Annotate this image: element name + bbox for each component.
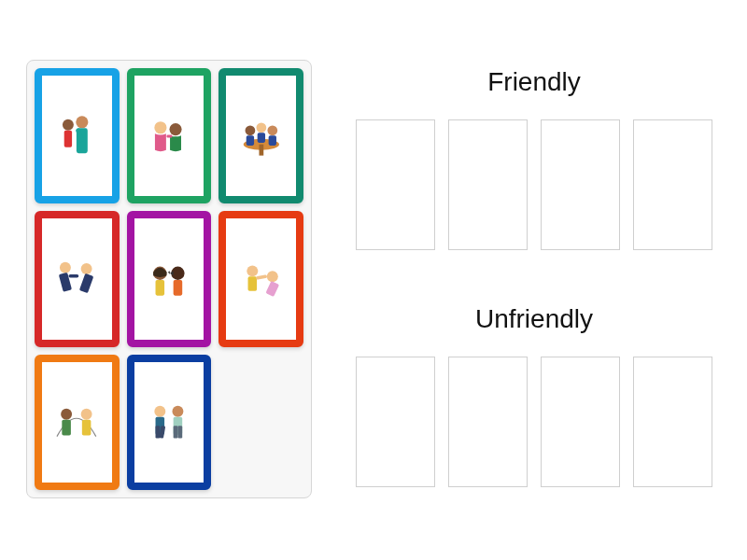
svg-rect-26 <box>247 277 257 292</box>
drop-slot[interactable] <box>541 357 620 487</box>
svg-point-2 <box>77 116 89 128</box>
svg-rect-18 <box>69 274 79 278</box>
drop-slot[interactable] <box>541 119 620 250</box>
card-hitting[interactable] <box>218 211 303 346</box>
card-illustration <box>42 76 112 196</box>
svg-point-0 <box>63 119 74 131</box>
svg-rect-22 <box>156 280 165 296</box>
card-illustration <box>42 218 112 339</box>
svg-point-19 <box>81 263 92 274</box>
svg-rect-29 <box>265 281 279 297</box>
svg-rect-9 <box>259 145 263 156</box>
svg-point-32 <box>81 408 92 419</box>
card-illustration <box>42 362 112 483</box>
svg-rect-40 <box>174 426 178 438</box>
svg-rect-20 <box>79 273 94 293</box>
svg-rect-13 <box>268 135 275 146</box>
option-friendly: Friendly <box>353 67 715 250</box>
svg-point-10 <box>245 125 255 135</box>
svg-rect-31 <box>63 419 72 435</box>
svg-rect-7 <box>167 134 173 137</box>
card-illustration <box>134 218 204 339</box>
card-comforting-hug[interactable] <box>35 68 120 203</box>
svg-point-30 <box>62 408 73 419</box>
card-illustration <box>134 76 204 196</box>
svg-rect-24 <box>174 280 183 296</box>
svg-rect-1 <box>64 131 72 147</box>
card-jump-rope[interactable] <box>35 355 120 490</box>
option-friendly-title: Friendly <box>353 67 715 97</box>
svg-point-14 <box>256 122 266 133</box>
option-unfriendly: Unfriendly <box>353 304 715 487</box>
drop-slot[interactable] <box>448 119 528 250</box>
svg-rect-27 <box>256 275 267 281</box>
svg-rect-33 <box>82 419 92 435</box>
svg-rect-15 <box>257 133 264 143</box>
source-card-panel <box>26 60 312 498</box>
svg-rect-11 <box>247 135 254 146</box>
card-eating-together[interactable] <box>218 68 303 203</box>
drop-slot[interactable] <box>356 357 435 487</box>
svg-rect-41 <box>178 426 183 438</box>
card-illustration <box>226 76 296 196</box>
card-illustration <box>134 362 204 483</box>
svg-point-6 <box>170 123 182 135</box>
drop-slot[interactable] <box>633 119 712 250</box>
drop-slot[interactable] <box>448 357 528 487</box>
svg-point-16 <box>60 262 71 273</box>
svg-point-12 <box>267 125 277 135</box>
card-pushing[interactable] <box>35 211 120 346</box>
drop-slot[interactable] <box>356 119 435 250</box>
friendly-slots <box>353 119 715 250</box>
svg-point-5 <box>154 121 166 133</box>
svg-point-38 <box>173 405 184 416</box>
svg-point-28 <box>267 272 278 283</box>
svg-point-25 <box>247 266 258 277</box>
card-walking-away[interactable] <box>127 355 212 490</box>
card-consoling-friend[interactable] <box>127 68 212 203</box>
unfriendly-slots <box>353 357 715 487</box>
drop-slot[interactable] <box>633 357 712 487</box>
svg-point-34 <box>154 405 165 416</box>
card-illustration <box>226 218 296 339</box>
option-unfriendly-title: Unfriendly <box>353 304 715 334</box>
card-yelling[interactable] <box>127 211 212 346</box>
